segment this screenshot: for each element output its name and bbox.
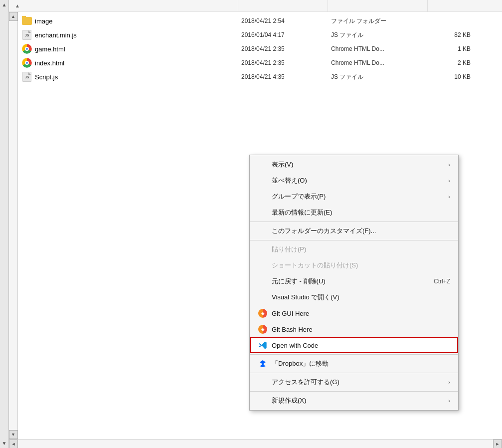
menu-icon <box>258 192 268 202</box>
git-icon: ◈ <box>258 324 268 334</box>
file-date: 2018/04/21 2:54 <box>241 17 331 24</box>
file-size: 1 KB <box>431 45 471 52</box>
chrome-html-icon <box>22 44 32 54</box>
ctx-label-sort: 並べ替え(O) <box>272 176 444 185</box>
separator-after-vscode <box>250 354 458 355</box>
col-name[interactable]: ▲ <box>9 0 238 11</box>
menu-icon <box>258 260 268 270</box>
ctx-item-view[interactable]: 表示(V) › <box>250 157 458 173</box>
ctx-item-vs[interactable]: Visual Studio で開く(V) <box>250 289 458 305</box>
ctx-item-git-gui[interactable]: ◈ Git GUI Here <box>250 305 458 321</box>
file-name: enchant.min.js <box>35 31 77 39</box>
submenu-arrow-access: › <box>448 379 450 385</box>
separator-after-customize <box>250 240 458 240</box>
js-file-icon: JS <box>22 72 32 82</box>
menu-icon <box>258 160 268 170</box>
ctx-label-view: 表示(V) <box>272 160 444 169</box>
menu-icon <box>258 292 268 302</box>
file-size: 82 KB <box>431 31 471 38</box>
left-panel: ▲ ▼ <box>0 0 9 448</box>
ctx-label-git-bash: Git Bash Here <box>272 326 450 333</box>
scroll-right-button[interactable]: ► <box>493 440 502 448</box>
file-size: 10 KB <box>431 73 471 80</box>
horizontal-scrollbar[interactable]: ◄ ► <box>9 439 502 448</box>
file-type: ファイル フォルダー <box>331 17 431 25</box>
vertical-scrollbar[interactable]: ▲ ▼ <box>9 12 18 439</box>
h-scroll-track <box>18 440 493 448</box>
ctx-label-access: アクセスを許可する(G) <box>272 378 444 387</box>
file-name: Script.js <box>35 73 58 81</box>
menu-icon <box>258 244 268 254</box>
ctx-item-dropbox[interactable]: 「Dropbox」に移動 <box>250 356 458 372</box>
panel-arrow-down[interactable]: ▼ <box>2 441 7 446</box>
git-icon: ◈ <box>258 308 268 318</box>
scroll-left-button[interactable]: ◄ <box>9 440 18 448</box>
file-date: 2018/04/21 4:35 <box>241 73 331 80</box>
ctx-item-group[interactable]: グループで表示(P) › <box>250 189 458 205</box>
ctx-item-refresh[interactable]: 最新の情報に更新(E) <box>250 205 458 221</box>
scroll-down-button[interactable]: ▼ <box>9 430 18 439</box>
ctx-label-refresh: 最新の情報に更新(E) <box>272 208 450 217</box>
col-date[interactable] <box>238 0 328 11</box>
ctx-item-paste-shortcut: ショートカットの貼り付け(S) <box>250 257 458 273</box>
table-row[interactable]: JS enchant.min.js 2016/01/04 4:17 JS ファイ… <box>18 28 502 42</box>
menu-icon <box>258 176 268 186</box>
ctx-item-access[interactable]: アクセスを許可する(G) › <box>250 374 458 390</box>
file-size: 2 KB <box>431 59 471 66</box>
ctx-item-vscode[interactable]: Open with Code <box>250 337 458 353</box>
context-menu: 表示(V) › 並べ替え(O) › グループで表示(P) › 最新の情報に更新(… <box>249 155 459 411</box>
separator-after-refresh <box>250 222 458 222</box>
js-file-icon: JS <box>22 30 32 40</box>
menu-icon <box>258 396 268 406</box>
file-date: 2018/04/21 2:35 <box>241 45 331 52</box>
ctx-label-dropbox: 「Dropbox」に移動 <box>272 359 450 368</box>
file-type: Chrome HTML Do... <box>331 59 431 66</box>
file-type: JS ファイル <box>331 73 431 81</box>
submenu-arrow-sort: › <box>448 178 450 184</box>
table-row[interactable]: game.html 2018/04/21 2:35 Chrome HTML Do… <box>18 42 502 56</box>
ctx-label-vs: Visual Studio で開く(V) <box>272 293 450 302</box>
ctx-label-paste: 貼り付け(P) <box>272 245 450 254</box>
ctx-item-sort[interactable]: 並べ替え(O) › <box>250 173 458 189</box>
submenu-arrow-group: › <box>448 194 450 200</box>
ctx-label-undo: 元に戻す - 削除(U) <box>272 277 426 286</box>
chrome-html-icon <box>22 58 32 68</box>
separator-after-dropbox <box>250 373 458 373</box>
scroll-up-button[interactable]: ▲ <box>9 12 18 21</box>
ctx-label-new: 新規作成(X) <box>272 396 444 405</box>
file-date: 2018/04/21 2:35 <box>241 59 331 66</box>
file-type: Chrome HTML Do... <box>331 45 431 52</box>
ctx-item-new[interactable]: 新規作成(X) › <box>250 393 458 409</box>
ctx-item-customize[interactable]: このフォルダーのカスタマイズ(F)... <box>250 223 458 239</box>
file-name: index.html <box>35 59 64 67</box>
table-row[interactable]: index.html 2018/04/21 2:35 Chrome HTML D… <box>18 56 502 70</box>
vscode-icon <box>258 340 268 350</box>
separator-after-access <box>250 391 458 392</box>
ctx-label-group: グループで表示(P) <box>272 192 444 201</box>
folder-icon <box>22 16 32 26</box>
menu-icon <box>258 377 268 387</box>
table-row[interactable]: JS Script.js 2018/04/21 4:35 JS ファイル 10 … <box>18 70 502 84</box>
svg-point-5 <box>262 363 264 365</box>
file-type: JS ファイル <box>331 31 431 39</box>
sort-arrow-icon: ▲ <box>15 3 20 8</box>
ctx-item-undo[interactable]: 元に戻す - 削除(U) Ctrl+Z <box>250 273 458 289</box>
col-type[interactable] <box>328 0 428 11</box>
panel-arrow-up[interactable]: ▲ <box>2 2 7 7</box>
table-row[interactable]: image 2018/04/21 2:54 ファイル フォルダー <box>18 14 502 28</box>
column-headers: ▲ <box>9 0 502 12</box>
file-name: image <box>35 17 52 25</box>
ctx-label-git-gui: Git GUI Here <box>272 310 450 317</box>
ctx-label-paste-shortcut: ショートカットの貼り付け(S) <box>272 261 450 270</box>
submenu-arrow-view: › <box>448 162 450 168</box>
menu-icon <box>258 208 268 218</box>
dropbox-icon <box>258 359 268 369</box>
ctx-item-paste: 貼り付け(P) <box>250 241 458 257</box>
submenu-arrow-new: › <box>448 398 450 404</box>
shortcut-undo: Ctrl+Z <box>434 278 450 285</box>
ctx-label-customize: このフォルダーのカスタマイズ(F)... <box>272 226 450 235</box>
ctx-item-git-bash[interactable]: ◈ Git Bash Here <box>250 321 458 337</box>
ctx-label-vscode: Open with Code <box>272 342 450 349</box>
menu-icon <box>258 276 268 286</box>
col-size[interactable] <box>428 0 468 11</box>
